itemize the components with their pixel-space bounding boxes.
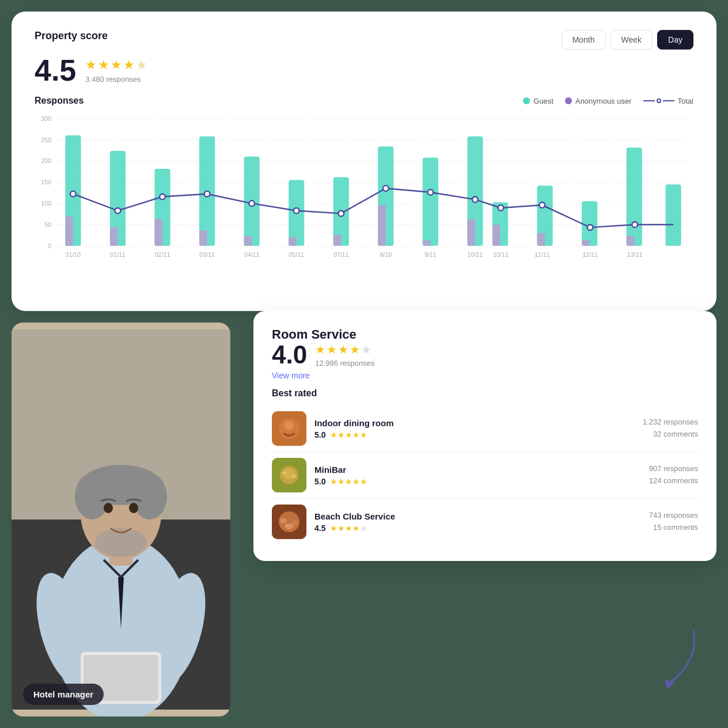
- service-item-1: Indoor dining room 5.0 ★★★★★ 1.232 respo…: [272, 405, 698, 452]
- chart-legend: Guest Anonymous user Total: [523, 97, 693, 105]
- food-2-icon: [272, 458, 306, 492]
- chart-header: Responses Guest Anonymous user Total: [35, 96, 693, 106]
- svg-text:9/11: 9/11: [424, 251, 437, 258]
- svg-rect-39: [582, 240, 590, 246]
- star-3: ★: [111, 58, 122, 73]
- total-line: [643, 100, 655, 101]
- item-2-responses: 907 responses: [649, 463, 698, 475]
- item-3-thumb: [272, 505, 306, 539]
- svg-rect-25: [289, 237, 297, 246]
- svg-text:200: 200: [41, 157, 51, 164]
- chart-area: 300 250 200 150 100 50 0: [35, 111, 693, 266]
- time-filter-buttons: Month Week Day: [562, 30, 693, 50]
- item-3-stats: 743 responses 15 comments: [649, 510, 698, 534]
- svg-point-56: [632, 222, 638, 227]
- item-3-rating: 4.5 ★★★★★: [314, 524, 641, 533]
- item-2-score: 5.0: [314, 477, 325, 486]
- svg-text:05/11: 05/11: [289, 251, 304, 258]
- service-item-3: Beach Club Service 4.5 ★★★★★ 743 respons…: [272, 499, 698, 545]
- legend-guest: Guest: [523, 97, 553, 105]
- svg-rect-21: [199, 230, 207, 246]
- day-button[interactable]: Day: [657, 30, 693, 50]
- svg-text:03/11: 03/11: [199, 251, 215, 258]
- chart-svg: 300 250 200 150 100 50 0: [35, 111, 693, 266]
- svg-text:8/10: 8/10: [380, 251, 392, 258]
- person-illustration: [12, 323, 230, 716]
- total-line-icon: [643, 98, 674, 103]
- score-details: ★ ★ ★ ★ ★ 3.480 responses: [85, 58, 147, 84]
- hotel-manager-badge: Hotel manager: [23, 684, 104, 705]
- room-service-stars: ★ ★ ★ ★ ★: [315, 343, 374, 357]
- svg-text:02/11: 02/11: [155, 251, 170, 258]
- item-1-comments: 32 comments: [643, 429, 698, 441]
- item-2-stars: ★★★★★: [330, 477, 367, 486]
- svg-text:250: 250: [41, 136, 51, 143]
- item-1-info: Indoor dining room 5.0 ★★★★★: [314, 418, 635, 439]
- item-3-name: Beach Club Service: [314, 511, 641, 521]
- star-4: ★: [123, 58, 135, 73]
- svg-rect-19: [154, 219, 162, 246]
- svg-text:10/11: 10/11: [493, 251, 509, 258]
- item-2-rating: 5.0 ★★★★★: [314, 477, 641, 486]
- item-2-thumb: [272, 458, 306, 492]
- chart-title: Responses: [35, 96, 84, 106]
- svg-rect-31: [423, 240, 431, 246]
- star-5: ★: [136, 58, 147, 73]
- svg-point-99: [285, 524, 294, 529]
- item-2-stats: 907 responses 124 comments: [649, 463, 698, 487]
- svg-rect-35: [492, 225, 500, 246]
- property-stars: ★ ★ ★ ★ ★: [85, 58, 147, 73]
- svg-point-97: [280, 518, 287, 524]
- svg-point-89: [285, 421, 294, 430]
- svg-point-82: [129, 503, 138, 513]
- hotel-manager-photo: Hotel manager: [12, 323, 230, 716]
- svg-point-55: [587, 225, 593, 230]
- svg-text:150: 150: [41, 179, 51, 185]
- service-item-2: MiniBar 5.0 ★★★★★ 907 responses 124 comm…: [272, 452, 698, 499]
- item-2-info: MiniBar 5.0 ★★★★★: [314, 465, 641, 486]
- svg-point-49: [338, 211, 344, 217]
- svg-rect-27: [333, 234, 342, 245]
- svg-text:07/11: 07/11: [333, 251, 349, 258]
- svg-point-47: [249, 200, 255, 206]
- rs-star-1: ★: [315, 343, 325, 357]
- item-3-comments: 15 comments: [649, 522, 698, 534]
- arrow-decoration: [653, 622, 699, 697]
- svg-point-48: [294, 208, 299, 214]
- svg-rect-15: [65, 216, 73, 245]
- legend-total: Total: [643, 97, 693, 105]
- month-button[interactable]: Month: [562, 30, 606, 50]
- svg-point-50: [383, 185, 389, 191]
- svg-rect-30: [423, 158, 438, 246]
- legend-anonymous: Anonymous user: [565, 97, 632, 105]
- item-2-name: MiniBar: [314, 465, 641, 475]
- rs-star-2: ★: [327, 343, 337, 357]
- svg-point-94: [291, 475, 296, 478]
- card-header: Property score Month Week Day: [35, 30, 693, 50]
- score-section: 4.5 ★ ★ ★ ★ ★ 3.480 responses: [35, 55, 693, 85]
- svg-point-54: [539, 202, 545, 208]
- rs-star-5: ★: [361, 343, 371, 357]
- rs-star-4: ★: [350, 343, 360, 357]
- anonymous-dot: [565, 97, 572, 104]
- guest-dot: [523, 97, 530, 104]
- room-service-title: Room Service: [272, 327, 357, 342]
- svg-point-46: [204, 191, 210, 197]
- item-1-rating: 5.0 ★★★★★: [314, 430, 635, 439]
- svg-text:12/11: 12/11: [582, 251, 598, 258]
- svg-text:04/11: 04/11: [244, 251, 260, 258]
- svg-point-45: [160, 194, 165, 200]
- svg-rect-38: [582, 201, 597, 246]
- svg-point-79: [132, 473, 167, 520]
- svg-text:100: 100: [41, 200, 51, 207]
- view-more-link[interactable]: View more: [272, 371, 698, 380]
- bottom-section: Hotel manager Room Service 4.0 ★ ★ ★ ★ ★…: [12, 323, 716, 716]
- property-score-title: Property score: [35, 30, 108, 42]
- item-2-comments: 124 comments: [649, 475, 698, 487]
- svg-point-44: [115, 208, 121, 214]
- item-3-half-star: ★: [360, 524, 367, 533]
- week-button[interactable]: Week: [611, 30, 653, 50]
- item-1-name: Indoor dining room: [314, 418, 635, 428]
- legend-total-label: Total: [678, 97, 693, 105]
- rs-star-3: ★: [338, 343, 348, 357]
